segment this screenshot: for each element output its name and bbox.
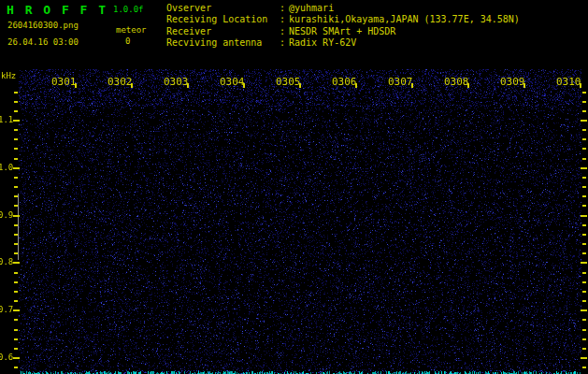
y-axis-tick-right <box>582 252 586 254</box>
meteor-count-value: 0 <box>125 36 130 46</box>
y-axis-tick-right <box>582 367 586 368</box>
hrofft-screen: H R O F F T 1.0.0f 2604160300.png meteor… <box>0 0 588 374</box>
app-version: 1.0.0f <box>113 5 144 14</box>
y-axis-tick-left <box>14 177 18 179</box>
info-label: Receiving Location <box>166 14 280 25</box>
info-value: Radix RY-62V <box>289 37 356 49</box>
y-axis-tick-label: 1.1 <box>0 115 12 124</box>
x-axis-tick-mark <box>187 83 189 88</box>
y-axis-tick-left <box>13 167 20 169</box>
x-axis-tick-label: 0307 <box>388 76 413 88</box>
y-axis-tick-right <box>582 348 586 350</box>
x-axis-tick-mark <box>467 83 469 88</box>
y-axis-tick-right <box>582 195 586 197</box>
info-row: Ovserver:@yuhmari <box>166 3 520 14</box>
y-axis-tick-right <box>582 319 586 321</box>
y-axis-tick-left <box>14 110 18 112</box>
x-axis-tick-mark <box>580 83 581 88</box>
y-axis-tick-left <box>14 138 18 140</box>
y-axis-tick-right <box>581 262 587 264</box>
x-axis-tick-label: 0310 <box>556 76 581 88</box>
y-axis-tick-right <box>582 186 586 188</box>
y-axis-tick-right <box>582 291 586 293</box>
carrier-line-top <box>21 346 581 347</box>
y-axis-tick-right <box>582 272 586 274</box>
spectrogram-noise-canvas <box>19 69 581 374</box>
y-axis-tick-right <box>582 300 586 302</box>
meteor-counter-label: meteor <box>116 25 147 35</box>
y-axis-tick-label: 0.7 <box>0 305 12 314</box>
x-axis-tick-label: 0305 <box>276 76 301 88</box>
file-name: 2604160300.png <box>7 21 79 30</box>
y-axis-tick-left <box>13 309 20 311</box>
x-axis-tick-label: 0306 <box>332 76 357 88</box>
y-axis-unit-label: kHz <box>1 71 16 80</box>
y-axis-tick-label: 1.0 <box>0 163 12 172</box>
info-row: Receiving Location:kurashiki,Okayama,JAP… <box>166 14 520 25</box>
x-axis-tick-label: 0304 <box>220 76 245 88</box>
x-axis-tick-mark <box>75 83 77 88</box>
vertical-artifact-line <box>18 194 19 260</box>
x-axis-tick-label: 0308 <box>444 76 469 88</box>
app-title: H R O F F T <box>7 3 108 17</box>
x-axis-tick-mark <box>299 83 301 88</box>
y-axis-tick-right <box>582 281 586 283</box>
x-axis-tick-mark <box>131 83 133 88</box>
y-axis-tick-left <box>14 367 18 368</box>
x-axis-tick-label: 0302 <box>108 76 133 88</box>
y-axis-tick-right <box>581 309 587 311</box>
x-axis-tick-mark <box>355 83 357 88</box>
info-separator: : <box>280 14 289 25</box>
y-axis-tick-left <box>14 234 18 236</box>
y-axis-tick-right <box>581 357 587 359</box>
info-row: Receiver:NESDR SMArt + HDSDR <box>166 26 520 37</box>
y-axis-tick-right <box>582 234 586 236</box>
y-axis-tick-left <box>14 158 18 160</box>
y-axis-tick-label: 0.6 <box>0 352 12 362</box>
carrier-line-bottom <box>21 365 581 366</box>
y-axis-tick-left <box>14 319 18 321</box>
y-axis-tick-right <box>581 215 587 217</box>
y-axis-tick-left <box>14 291 18 293</box>
y-axis-tick-left <box>14 252 18 254</box>
observation-datetime: 26.04.16 03:00 <box>7 37 79 47</box>
info-value: kurashiki,Okayama,JAPAN (133.77E, 34.58N… <box>289 14 520 25</box>
y-axis-tick-right <box>582 129 586 131</box>
info-row: Recviving antenna:Radix RY-62V <box>166 37 520 49</box>
y-axis-tick-left <box>13 262 20 264</box>
y-axis-tick-right <box>582 329 586 331</box>
y-axis-tick-right <box>582 138 586 140</box>
x-axis-tick-mark <box>523 83 525 88</box>
y-axis-tick-left <box>14 243 18 245</box>
y-axis-tick-left <box>14 101 18 103</box>
y-axis-tick-left <box>14 148 18 150</box>
y-axis-tick-right <box>582 148 586 150</box>
y-axis-tick-left <box>13 120 20 122</box>
y-axis-tick-left <box>14 329 18 331</box>
y-axis-tick-label: 0.8 <box>0 257 12 266</box>
y-axis-tick-left <box>14 272 18 274</box>
y-axis-tick-left <box>14 300 18 302</box>
y-axis-tick-left <box>14 92 18 94</box>
y-axis-tick-right <box>581 120 587 122</box>
info-label: Receiver <box>166 26 280 37</box>
info-label: Recviving antenna <box>166 37 280 49</box>
info-value: @yuhmari <box>289 3 334 14</box>
y-axis-tick-left <box>14 205 18 207</box>
carrier-line-middle <box>21 355 581 356</box>
info-value: NESDR SMArt + HDSDR <box>289 26 395 37</box>
y-axis-tick-left <box>14 338 18 340</box>
station-info-block: Ovserver:@yuhmariReceiving Location:kura… <box>166 3 520 50</box>
x-axis-tick-label: 0303 <box>164 76 189 88</box>
y-axis-tick-right <box>582 110 586 112</box>
y-axis-tick-right <box>582 338 586 340</box>
info-label: Ovserver <box>166 3 280 14</box>
y-axis-tick-left <box>14 186 18 188</box>
y-axis-tick-right <box>582 177 586 179</box>
x-axis-tick-label: 0309 <box>500 76 525 88</box>
y-axis-tick-left <box>13 215 20 217</box>
y-axis-tick-label: 0.9 <box>0 210 12 220</box>
x-axis-tick-label: 0301 <box>51 76 77 88</box>
y-axis-tick-left <box>14 129 18 131</box>
y-axis-tick-right <box>582 101 586 103</box>
